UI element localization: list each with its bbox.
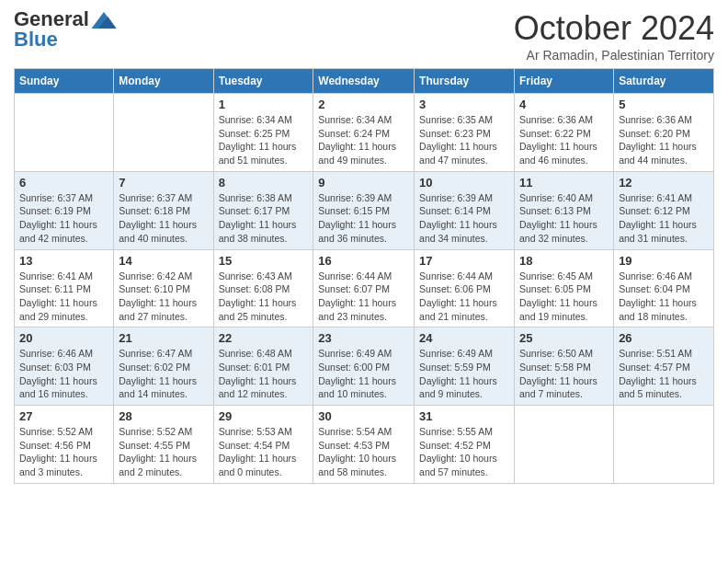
day-info: Sunrise: 6:37 AMSunset: 6:18 PMDaylight:… xyxy=(119,191,208,246)
title-section: October 2024 Ar Ramadin, Palestinian Ter… xyxy=(514,9,714,63)
day-info: Sunrise: 5:55 AMSunset: 4:52 PMDaylight:… xyxy=(419,425,509,479)
calendar-cell: 28Sunrise: 5:52 AMSunset: 4:55 PMDayligh… xyxy=(114,406,213,484)
day-number: 25 xyxy=(519,331,609,345)
weekday-header: Monday xyxy=(114,69,213,94)
day-info: Sunrise: 6:41 AMSunset: 6:11 PMDaylight:… xyxy=(19,270,108,324)
day-number: 20 xyxy=(19,331,108,345)
calendar-cell: 2Sunrise: 6:34 AMSunset: 6:24 PMDaylight… xyxy=(313,94,415,172)
weekday-header: Sunday xyxy=(15,69,114,94)
calendar-week-row: 13Sunrise: 6:41 AMSunset: 6:11 PMDayligh… xyxy=(15,249,714,327)
day-number: 28 xyxy=(119,409,208,423)
calendar-week-row: 1Sunrise: 6:34 AMSunset: 6:25 PMDaylight… xyxy=(15,94,714,172)
day-number: 15 xyxy=(219,254,309,268)
day-number: 17 xyxy=(419,254,509,268)
day-number: 31 xyxy=(419,409,509,423)
day-info: Sunrise: 6:41 AMSunset: 6:12 PMDaylight:… xyxy=(619,191,709,246)
calendar-cell xyxy=(114,94,213,172)
day-info: Sunrise: 5:51 AMSunset: 4:57 PMDaylight:… xyxy=(619,347,709,401)
calendar-cell: 5Sunrise: 6:36 AMSunset: 6:20 PMDaylight… xyxy=(614,94,714,172)
calendar-cell: 8Sunrise: 6:38 AMSunset: 6:17 PMDaylight… xyxy=(213,171,313,249)
calendar-table: SundayMondayTuesdayWednesdayThursdayFrid… xyxy=(14,68,714,484)
day-info: Sunrise: 6:46 AMSunset: 6:03 PMDaylight:… xyxy=(19,347,108,401)
day-number: 8 xyxy=(219,176,309,190)
calendar-cell xyxy=(515,406,614,484)
day-number: 5 xyxy=(619,98,709,111)
weekday-header: Saturday xyxy=(614,69,714,94)
day-info: Sunrise: 6:45 AMSunset: 6:05 PMDaylight:… xyxy=(519,270,609,324)
calendar-cell xyxy=(614,406,714,484)
calendar-cell: 21Sunrise: 6:47 AMSunset: 6:02 PMDayligh… xyxy=(114,327,213,406)
day-number: 6 xyxy=(19,176,108,190)
calendar-cell: 14Sunrise: 6:42 AMSunset: 6:10 PMDayligh… xyxy=(114,249,213,327)
day-info: Sunrise: 5:52 AMSunset: 4:56 PMDaylight:… xyxy=(19,425,108,479)
calendar-cell: 11Sunrise: 6:40 AMSunset: 6:13 PMDayligh… xyxy=(515,171,614,249)
day-number: 9 xyxy=(318,176,409,190)
calendar-cell: 31Sunrise: 5:55 AMSunset: 4:52 PMDayligh… xyxy=(415,406,515,484)
calendar-cell: 17Sunrise: 6:44 AMSunset: 6:06 PMDayligh… xyxy=(415,249,515,327)
logo: General Blue xyxy=(14,9,117,52)
day-number: 16 xyxy=(318,254,409,268)
day-number: 7 xyxy=(119,176,208,190)
calendar-header-row: SundayMondayTuesdayWednesdayThursdayFrid… xyxy=(15,69,714,94)
page-header: General Blue October 2024 Ar Ramadin, Pa… xyxy=(14,9,714,63)
day-number: 21 xyxy=(119,331,208,345)
day-info: Sunrise: 5:53 AMSunset: 4:54 PMDaylight:… xyxy=(219,425,309,479)
day-number: 14 xyxy=(119,254,208,268)
day-number: 22 xyxy=(219,331,309,345)
calendar-cell: 12Sunrise: 6:41 AMSunset: 6:12 PMDayligh… xyxy=(614,171,714,249)
day-info: Sunrise: 5:52 AMSunset: 4:55 PMDaylight:… xyxy=(119,425,208,479)
day-info: Sunrise: 6:38 AMSunset: 6:17 PMDaylight:… xyxy=(219,191,309,246)
calendar-cell: 9Sunrise: 6:39 AMSunset: 6:15 PMDaylight… xyxy=(313,171,415,249)
day-info: Sunrise: 6:46 AMSunset: 6:04 PMDaylight:… xyxy=(619,270,709,324)
logo-blue: Blue xyxy=(14,28,58,52)
calendar-cell: 6Sunrise: 6:37 AMSunset: 6:19 PMDaylight… xyxy=(15,171,114,249)
calendar-cell: 30Sunrise: 5:54 AMSunset: 4:53 PMDayligh… xyxy=(313,406,415,484)
day-info: Sunrise: 6:37 AMSunset: 6:19 PMDaylight:… xyxy=(19,191,108,246)
day-info: Sunrise: 6:44 AMSunset: 6:06 PMDaylight:… xyxy=(419,270,509,324)
day-number: 26 xyxy=(619,331,709,345)
calendar-cell: 20Sunrise: 6:46 AMSunset: 6:03 PMDayligh… xyxy=(15,327,114,406)
logo-icon xyxy=(91,12,117,29)
day-info: Sunrise: 6:34 AMSunset: 6:24 PMDaylight:… xyxy=(318,113,409,167)
calendar-cell: 27Sunrise: 5:52 AMSunset: 4:56 PMDayligh… xyxy=(15,406,114,484)
day-info: Sunrise: 6:39 AMSunset: 6:15 PMDaylight:… xyxy=(318,191,409,246)
calendar-cell: 10Sunrise: 6:39 AMSunset: 6:14 PMDayligh… xyxy=(415,171,515,249)
day-info: Sunrise: 6:48 AMSunset: 6:01 PMDaylight:… xyxy=(219,347,309,401)
calendar-cell: 16Sunrise: 6:44 AMSunset: 6:07 PMDayligh… xyxy=(313,249,415,327)
day-number: 3 xyxy=(419,98,509,111)
day-number: 24 xyxy=(419,331,509,345)
day-info: Sunrise: 6:36 AMSunset: 6:22 PMDaylight:… xyxy=(519,113,609,167)
day-number: 19 xyxy=(619,254,709,268)
month-title: October 2024 xyxy=(514,9,714,48)
calendar-week-row: 20Sunrise: 6:46 AMSunset: 6:03 PMDayligh… xyxy=(15,327,714,406)
calendar-cell: 13Sunrise: 6:41 AMSunset: 6:11 PMDayligh… xyxy=(15,249,114,327)
day-info: Sunrise: 6:40 AMSunset: 6:13 PMDaylight:… xyxy=(519,191,609,246)
day-info: Sunrise: 6:39 AMSunset: 6:14 PMDaylight:… xyxy=(419,191,509,246)
day-number: 13 xyxy=(19,254,108,268)
day-number: 29 xyxy=(219,409,309,423)
calendar-cell: 18Sunrise: 6:45 AMSunset: 6:05 PMDayligh… xyxy=(515,249,614,327)
day-number: 1 xyxy=(219,98,309,111)
calendar-cell xyxy=(15,94,114,172)
day-number: 4 xyxy=(519,98,609,111)
calendar-cell: 4Sunrise: 6:36 AMSunset: 6:22 PMDaylight… xyxy=(515,94,614,172)
weekday-header: Tuesday xyxy=(213,69,313,94)
day-number: 30 xyxy=(318,409,409,423)
day-number: 2 xyxy=(318,98,409,111)
day-number: 11 xyxy=(519,176,609,190)
weekday-header: Thursday xyxy=(415,69,515,94)
day-info: Sunrise: 6:49 AMSunset: 5:59 PMDaylight:… xyxy=(419,347,509,401)
day-info: Sunrise: 6:49 AMSunset: 6:00 PMDaylight:… xyxy=(318,347,409,401)
day-number: 10 xyxy=(419,176,509,190)
calendar-cell: 22Sunrise: 6:48 AMSunset: 6:01 PMDayligh… xyxy=(213,327,313,406)
day-info: Sunrise: 6:50 AMSunset: 5:58 PMDaylight:… xyxy=(519,347,609,401)
day-number: 18 xyxy=(519,254,609,268)
calendar-cell: 26Sunrise: 5:51 AMSunset: 4:57 PMDayligh… xyxy=(614,327,714,406)
calendar-cell: 24Sunrise: 6:49 AMSunset: 5:59 PMDayligh… xyxy=(415,327,515,406)
calendar-cell: 3Sunrise: 6:35 AMSunset: 6:23 PMDaylight… xyxy=(415,94,515,172)
weekday-header: Wednesday xyxy=(313,69,415,94)
calendar-cell: 15Sunrise: 6:43 AMSunset: 6:08 PMDayligh… xyxy=(213,249,313,327)
day-info: Sunrise: 6:34 AMSunset: 6:25 PMDaylight:… xyxy=(219,113,309,167)
weekday-header: Friday xyxy=(515,69,614,94)
calendar-cell: 29Sunrise: 5:53 AMSunset: 4:54 PMDayligh… xyxy=(213,406,313,484)
